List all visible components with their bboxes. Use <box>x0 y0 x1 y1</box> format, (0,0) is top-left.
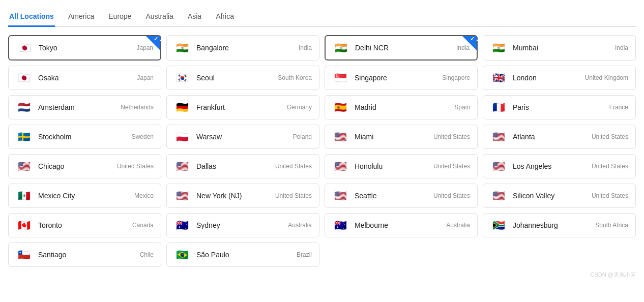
location-card-warsaw[interactable]: 🇵🇱WarsawPoland <box>166 125 319 149</box>
city-name: Mexico City <box>38 192 75 200</box>
location-card-osaka[interactable]: 🇯🇵OsakaJapan <box>8 66 161 90</box>
country-name: United States <box>433 133 470 140</box>
flag-icon: 🇺🇸 <box>174 161 190 172</box>
card-inner: 🇺🇸AtlantaUnited States <box>490 131 628 142</box>
location-card-santiago[interactable]: 🇨🇱SantiagoChile <box>8 243 161 267</box>
location-card-paris[interactable]: 🇫🇷ParisFrance <box>483 95 636 119</box>
card-inner: 🇦🇺SydneyAustralia <box>174 220 312 231</box>
country-name: Japan <box>137 74 154 81</box>
location-card-sydney[interactable]: 🇦🇺SydneyAustralia <box>166 213 319 237</box>
card-inner: 🇬🇧LondonUnited Kingdom <box>490 72 628 83</box>
city-name: Silicon Valley <box>513 192 554 200</box>
city-name: Atlanta <box>513 133 535 141</box>
city-name: Los Angeles <box>513 162 551 170</box>
flag-icon: 🇲🇽 <box>16 190 32 201</box>
city-name: Toronto <box>38 221 62 229</box>
location-card-tokyo[interactable]: ✓✓🇯🇵TokyoJapan <box>8 35 161 61</box>
flag-icon: 🇺🇸 <box>490 190 507 201</box>
location-card-delhi_ncr[interactable]: ✓✓🇮🇳Delhi NCRIndia <box>325 35 478 61</box>
empty-cell <box>325 243 478 267</box>
card-inner: 🇸🇬SingaporeSingapore <box>332 72 470 83</box>
watermark: CSDN @天池小天 <box>8 271 636 279</box>
location-card-seoul[interactable]: 🇰🇷SeoulSouth Korea <box>166 66 319 90</box>
country-name: India <box>299 44 312 51</box>
tab-all-locations[interactable]: All Locations <box>8 8 55 27</box>
flag-icon: 🇺🇸 <box>490 161 507 172</box>
location-card-los_angeles[interactable]: 🇺🇸Los AngelesUnited States <box>483 154 636 178</box>
location-card-frankfurt[interactable]: 🇩🇪FrankfurtGermany <box>166 95 319 119</box>
country-name: United States <box>275 163 312 170</box>
flag-icon: 🇦🇺 <box>174 220 190 231</box>
city-name: Bangalore <box>196 44 229 52</box>
flag-icon: 🇺🇸 <box>332 161 348 172</box>
card-inner: 🇯🇵TokyoJapan <box>16 42 153 53</box>
country-name: United States <box>592 163 628 170</box>
location-card-são_paulo[interactable]: 🇧🇷São PauloBrazil <box>166 243 319 267</box>
tab-africa[interactable]: Africa <box>215 8 235 27</box>
city-name: Frankfurt <box>196 103 225 111</box>
city-name: Delhi NCR <box>355 44 389 52</box>
location-card-dallas[interactable]: 🇺🇸DallasUnited States <box>166 154 319 178</box>
flag-icon: 🇫🇷 <box>490 102 507 113</box>
country-name: Australia <box>446 222 470 229</box>
card-inner: 🇺🇸New York (NJ)United States <box>174 190 312 201</box>
location-card-toronto[interactable]: 🇨🇦TorontoCanada <box>8 213 161 237</box>
location-card-silicon_valley[interactable]: 🇺🇸Silicon ValleyUnited States <box>483 184 636 208</box>
selected-marker: ✓✓ <box>462 36 477 50</box>
card-inner: 🇳🇱AmsterdamNetherlands <box>16 102 154 113</box>
card-inner: 🇧🇷São PauloBrazil <box>174 249 312 260</box>
flag-icon: 🇺🇸 <box>174 190 190 201</box>
location-card-johannesburg[interactable]: 🇿🇦JohannesburgSouth Africa <box>483 213 636 237</box>
location-card-mumbai[interactable]: 🇮🇳MumbaiIndia <box>483 35 636 61</box>
location-card-melbourne[interactable]: 🇦🇺MelbourneAustralia <box>325 213 478 237</box>
country-name: United States <box>433 192 470 199</box>
city-name: Melbourne <box>355 221 388 229</box>
flag-icon: 🇰🇷 <box>174 72 190 83</box>
locations-grid: ✓✓🇯🇵TokyoJapan🇮🇳BangaloreIndia✓✓🇮🇳Delhi … <box>8 35 636 267</box>
tab-asia[interactable]: Asia <box>187 8 202 27</box>
card-inner: 🇨🇱SantiagoChile <box>16 249 154 260</box>
card-inner: 🇺🇸HonoluluUnited States <box>332 161 470 172</box>
country-name: United States <box>592 133 628 140</box>
location-card-stockholm[interactable]: 🇸🇪StockholmSweden <box>8 125 161 149</box>
card-inner: 🇺🇸DallasUnited States <box>174 161 312 172</box>
city-name: Honolulu <box>355 162 383 170</box>
flag-icon: 🇳🇱 <box>16 102 32 113</box>
country-name: United States <box>433 163 470 170</box>
card-inner: 🇺🇸SeattleUnited States <box>332 190 470 201</box>
location-card-london[interactable]: 🇬🇧LondonUnited Kingdom <box>483 66 636 90</box>
country-name: United Kingdom <box>585 74 628 81</box>
location-card-amsterdam[interactable]: 🇳🇱AmsterdamNetherlands <box>8 95 161 119</box>
location-card-honolulu[interactable]: 🇺🇸HonoluluUnited States <box>325 154 478 178</box>
location-card-madrid[interactable]: 🇪🇸MadridSpain <box>325 95 478 119</box>
location-card-singapore[interactable]: 🇸🇬SingaporeSingapore <box>325 66 478 90</box>
country-name: Canada <box>132 222 154 229</box>
location-card-atlanta[interactable]: 🇺🇸AtlantaUnited States <box>483 125 636 149</box>
location-card-bangalore[interactable]: 🇮🇳BangaloreIndia <box>166 35 319 61</box>
flag-icon: 🇮🇳 <box>333 42 349 53</box>
location-card-chicago[interactable]: 🇺🇸ChicagoUnited States <box>8 154 161 178</box>
flag-icon: 🇩🇪 <box>174 102 190 113</box>
selected-marker: ✓✓ <box>146 36 160 50</box>
city-name: Stockholm <box>38 133 71 141</box>
location-card-mexico_city[interactable]: 🇲🇽Mexico CityMexico <box>8 184 161 208</box>
tab-australia[interactable]: Australia <box>144 8 174 27</box>
location-card-new_york_nj[interactable]: 🇺🇸New York (NJ)United States <box>166 184 319 208</box>
flag-icon: 🇺🇸 <box>16 161 32 172</box>
card-inner: 🇸🇪StockholmSweden <box>16 131 154 142</box>
flag-icon: 🇪🇸 <box>332 102 348 113</box>
location-card-miami[interactable]: 🇺🇸MiamiUnited States <box>325 125 478 149</box>
flag-icon: 🇮🇳 <box>490 42 507 53</box>
country-name: United States <box>117 163 154 170</box>
card-inner: 🇵🇱WarsawPoland <box>174 131 312 142</box>
tab-america[interactable]: America <box>67 8 95 27</box>
tab-europe[interactable]: Europe <box>107 8 132 27</box>
flag-icon: 🇵🇱 <box>174 131 190 142</box>
tabs-container: All LocationsAmericaEuropeAustraliaAsiaA… <box>8 8 636 27</box>
country-name: South Korea <box>278 74 312 81</box>
location-card-seattle[interactable]: 🇺🇸SeattleUnited States <box>325 184 478 208</box>
city-name: Dallas <box>196 162 216 170</box>
country-name: Germany <box>287 104 312 111</box>
city-name: Seattle <box>355 192 377 200</box>
country-name: India <box>615 44 628 51</box>
